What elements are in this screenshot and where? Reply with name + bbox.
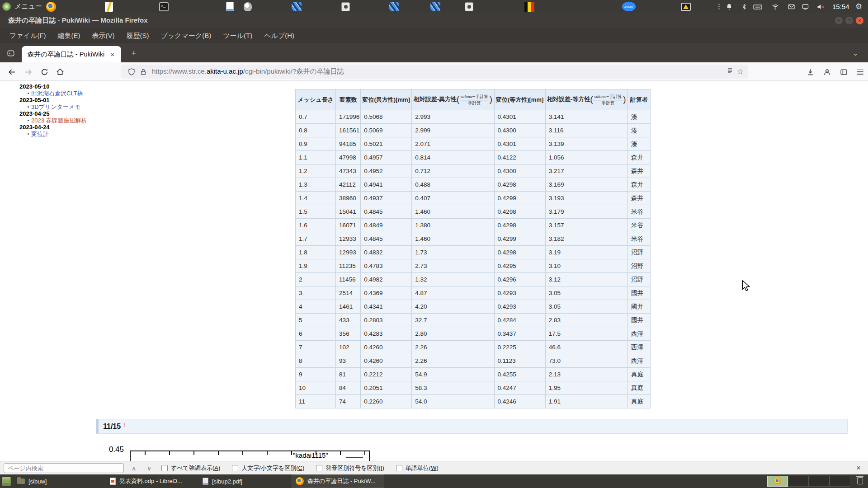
window-titlebar[interactable]: 森井の卒論日誌 - PukiWiki — Mozilla Firefox −□× xyxy=(0,13,868,28)
tab-title: 森井の卒論日誌 - PukiWiki xyxy=(28,50,108,59)
tray-handle-icon[interactable] xyxy=(717,0,721,13)
menubar-item[interactable]: ツール(T) xyxy=(217,28,258,43)
list-all-tabs-icon[interactable]: ⌄ xyxy=(849,47,862,60)
tracking-shield-icon[interactable] xyxy=(126,66,137,78)
table-cell: 46.6 xyxy=(545,341,627,354)
anchor-icon[interactable]: † xyxy=(123,422,126,427)
find-option[interactable]: 発音区別符号を区別(I) xyxy=(316,464,384,472)
checkbox-icon[interactable] xyxy=(396,465,402,471)
workspace-4[interactable] xyxy=(830,476,850,487)
checkbox-icon[interactable] xyxy=(161,465,168,471)
tab-close-icon[interactable]: × xyxy=(108,49,118,59)
taskbar-item[interactable]: [sibuw] xyxy=(14,474,106,488)
settings-gear-icon[interactable]: ⚙ xyxy=(855,0,862,13)
find-previous-icon[interactable]: ∧ xyxy=(128,461,140,475)
table-cell: 11456 xyxy=(336,273,361,286)
display-warning-icon[interactable] xyxy=(681,0,691,13)
text-editor-icon[interactable] xyxy=(105,0,113,13)
keyboard-layout-icon[interactable] xyxy=(753,0,762,13)
camera-app-icon-1[interactable] xyxy=(341,0,350,13)
notification-bell-icon[interactable] xyxy=(726,0,733,13)
find-option[interactable]: 単語単位(W) xyxy=(396,464,439,472)
find-option[interactable]: すべて強調表示(A) xyxy=(161,464,220,472)
wifi-icon[interactable] xyxy=(771,0,779,13)
firefox-launcher-icon[interactable] xyxy=(46,0,56,13)
table-cell: 17.5 xyxy=(545,327,627,341)
forward-button[interactable] xyxy=(22,66,34,78)
taskbar-item[interactable]: 発表資料.odp - LibreO... xyxy=(106,474,199,488)
workspace-2[interactable] xyxy=(788,476,809,487)
table-cell: 森井 xyxy=(627,164,650,178)
firefox-view-icon[interactable] xyxy=(5,47,17,60)
clock[interactable]: 15:54 xyxy=(832,0,849,13)
back-button[interactable] xyxy=(5,66,18,78)
address-bar[interactable]: https://www.str.ce.akita-u.ac.jp/cgi-bin… xyxy=(121,65,748,79)
table-cell: 0.4298 xyxy=(494,246,545,259)
bookmark-star-icon[interactable]: ☆ xyxy=(737,67,744,76)
system-menu-label[interactable]: メニュー xyxy=(14,0,42,13)
office-writer-icon[interactable] xyxy=(226,0,234,13)
table-row: 9810.221254.90.42552.13真庭 xyxy=(296,368,651,381)
maximize-button[interactable]: □ xyxy=(845,17,853,24)
minimize-button[interactable]: − xyxy=(835,17,843,24)
checkbox-icon[interactable] xyxy=(316,465,322,471)
menubar-item[interactable]: 編集(E) xyxy=(52,28,86,43)
checkbox-icon[interactable] xyxy=(232,465,238,471)
blue-striped-app-icon-2[interactable] xyxy=(389,0,399,13)
workspace-3[interactable] xyxy=(809,476,830,487)
camera-app-icon-2[interactable] xyxy=(465,0,473,13)
table-cell: 0.9 xyxy=(296,137,336,151)
home-button[interactable] xyxy=(54,66,66,78)
recent-link[interactable]: 変位計 xyxy=(31,131,49,137)
bluetooth-icon[interactable] xyxy=(741,0,747,13)
save-page-icon[interactable] xyxy=(804,66,816,78)
system-menu-icon[interactable] xyxy=(2,0,12,13)
volume-muted-icon[interactable] xyxy=(816,0,825,13)
menubar-item[interactable]: ブックマーク(B) xyxy=(155,28,217,43)
document-viewer-icon[interactable] xyxy=(244,0,252,13)
show-desktop-icon[interactable] xyxy=(2,477,11,486)
account-icon[interactable] xyxy=(821,66,833,78)
folder-icon xyxy=(17,479,25,484)
table-cell: 0.4298 xyxy=(494,205,545,219)
reader-mode-icon[interactable] xyxy=(726,67,733,76)
taskbar-item[interactable]: 森井の卒論日誌 - PukiW... xyxy=(292,474,384,488)
belgium-flag-icon[interactable] xyxy=(524,0,534,13)
table-cell: 3.05 xyxy=(545,286,627,300)
display-tray-icon[interactable] xyxy=(802,0,809,13)
zoom-app-icon[interactable]: zoom xyxy=(622,0,636,13)
blue-striped-app-icon-3[interactable] xyxy=(430,0,440,13)
terminal-icon[interactable]: >_ xyxy=(159,0,169,13)
table-cell: 1.2 xyxy=(296,164,336,178)
recent-link[interactable]: 2023 春課題座屈解析 xyxy=(31,117,87,124)
table-cell: 真庭 xyxy=(627,395,650,408)
menubar-item[interactable]: 表示(V) xyxy=(86,28,121,43)
table-header-cell: メッシュ長さ xyxy=(296,89,336,110)
table-cell: 0.4783 xyxy=(361,259,412,273)
menubar-item[interactable]: 履歴(S) xyxy=(121,28,155,43)
recent-date: 2023-04-25 xyxy=(19,110,87,117)
find-close-icon[interactable]: × xyxy=(853,461,864,475)
taskbar-item-label: [sibuw] xyxy=(28,478,47,485)
close-button[interactable]: × xyxy=(856,17,863,24)
sidebar-toggle-icon[interactable] xyxy=(837,66,850,78)
recent-link[interactable]: 田沢湖石倉沢CLT橋 xyxy=(31,90,83,97)
lock-icon[interactable] xyxy=(137,66,149,78)
reload-button[interactable] xyxy=(38,66,51,78)
menubar-item[interactable]: ファイル(F) xyxy=(4,28,52,43)
workspace-switcher[interactable] xyxy=(767,476,850,487)
trash-icon[interactable] xyxy=(857,477,863,484)
url-text[interactable]: https://www.str.ce.akita-u.ac.jp/cgi-bin… xyxy=(152,67,726,76)
mail-icon[interactable] xyxy=(788,0,795,13)
recent-link[interactable]: 3Dプリンターメモ xyxy=(31,103,80,110)
new-tab-button[interactable]: + xyxy=(127,47,140,60)
tab-active[interactable]: 森井の卒論日誌 - PukiWiki × xyxy=(22,46,121,62)
app-menu-icon[interactable] xyxy=(854,66,866,78)
taskbar-item[interactable]: [sibup2.pdf] xyxy=(199,474,292,488)
find-option[interactable]: 大文字/小文字を区別(C) xyxy=(232,464,304,472)
find-next-icon[interactable]: ∨ xyxy=(143,461,155,475)
blue-striped-app-icon-1[interactable] xyxy=(292,0,302,13)
find-input[interactable] xyxy=(4,463,124,473)
menubar-item[interactable]: ヘルプ(H) xyxy=(258,28,300,43)
workspace-1[interactable] xyxy=(767,476,788,487)
